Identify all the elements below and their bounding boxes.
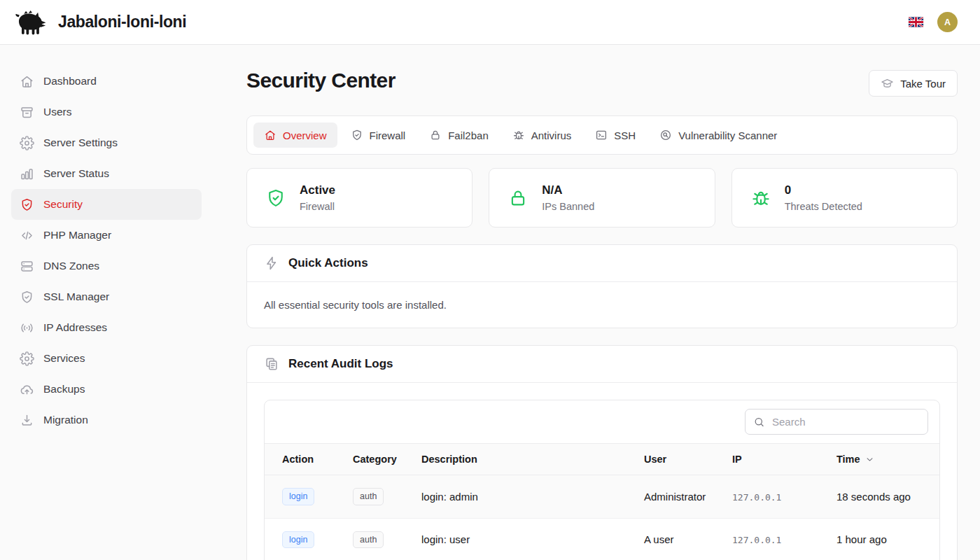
lock-icon bbox=[429, 129, 442, 141]
ip-cell: 127.0.0.1 bbox=[732, 535, 781, 545]
gear-icon bbox=[20, 136, 34, 150]
category-badge: auth bbox=[353, 531, 384, 549]
audit-table: Action Category Description User IP Time bbox=[264, 400, 940, 560]
cloud-upload-icon bbox=[20, 382, 34, 397]
sidebar-item-dns-zones[interactable]: DNS Zones bbox=[11, 251, 202, 281]
sidebar-item-label: Server Status bbox=[43, 167, 109, 180]
column-header-category[interactable]: Category bbox=[342, 444, 410, 475]
bug-icon bbox=[750, 188, 771, 209]
tab-vulnerability-scanner[interactable]: Vulnerability Scanner bbox=[649, 122, 788, 148]
tab-ssh[interactable]: SSH bbox=[584, 122, 646, 148]
quick-actions-message: All essential security tools are install… bbox=[264, 299, 940, 311]
action-badge: login bbox=[282, 488, 314, 505]
home-icon bbox=[20, 74, 34, 89]
user-cell: Administrator bbox=[633, 475, 721, 519]
ip-cell: 127.0.0.1 bbox=[732, 492, 781, 503]
tab-label: Fail2ban bbox=[448, 130, 489, 141]
avatar[interactable]: A bbox=[937, 12, 958, 32]
lock-icon bbox=[507, 188, 528, 209]
server-icon bbox=[20, 259, 34, 274]
search-input[interactable] bbox=[745, 409, 928, 435]
sidebar-item-php-manager[interactable]: PHP Manager bbox=[11, 220, 202, 251]
sidebar-item-label: Services bbox=[43, 352, 85, 365]
action-badge: login bbox=[282, 531, 314, 549]
sidebar-item-label: Dashboard bbox=[43, 75, 97, 88]
scan-icon bbox=[659, 129, 672, 141]
sidebar-item-label: Security bbox=[43, 198, 83, 211]
sidebar-item-label: SSL Manager bbox=[43, 290, 109, 303]
tab-label: Firewall bbox=[370, 130, 406, 141]
sidebar-item-users[interactable]: Users bbox=[11, 97, 202, 127]
app-title: Jabaloni-loni-loni bbox=[58, 13, 186, 31]
sidebar-item-services[interactable]: Services bbox=[11, 343, 202, 374]
status-label: Threats Detected bbox=[785, 201, 862, 212]
status-card-threats-detected: 0 Threats Detected bbox=[732, 168, 958, 227]
boar-logo-icon bbox=[13, 8, 49, 36]
sidebar-item-label: DNS Zones bbox=[43, 260, 99, 272]
chart-icon bbox=[20, 167, 34, 181]
sidebar: Dashboard Users Server Settings Server S… bbox=[0, 45, 213, 560]
tab-label: SSH bbox=[614, 130, 636, 141]
time-cell: 1 hour ago bbox=[825, 518, 939, 560]
column-header-time[interactable]: Time bbox=[825, 444, 939, 475]
graduation-cap-icon bbox=[881, 77, 894, 90]
user-cell: A user bbox=[633, 518, 721, 560]
lightning-icon bbox=[264, 255, 279, 271]
column-header-action[interactable]: Action bbox=[265, 444, 342, 475]
terminal-icon bbox=[595, 129, 608, 141]
status-value: N/A bbox=[542, 183, 594, 197]
audit-logs-card: Recent Audit Logs Action Cat bbox=[246, 345, 958, 560]
status-label: IPs Banned bbox=[542, 201, 594, 212]
shield-check-icon bbox=[20, 290, 34, 304]
tab-label: Antivirus bbox=[531, 130, 572, 141]
take-tour-button[interactable]: Take Tour bbox=[869, 70, 958, 97]
archive-icon bbox=[20, 105, 34, 120]
sidebar-item-server-settings[interactable]: Server Settings bbox=[11, 127, 202, 158]
sidebar-item-ssl-manager[interactable]: SSL Manager bbox=[11, 281, 202, 312]
security-tabs: Overview Firewall Fail2ban Antivirus bbox=[246, 115, 958, 155]
quick-actions-card: Quick Actions All essential security too… bbox=[246, 244, 958, 328]
gear-icon bbox=[20, 351, 34, 366]
download-icon bbox=[20, 413, 34, 428]
tab-antivirus[interactable]: Antivirus bbox=[502, 122, 582, 148]
status-value: 0 bbox=[785, 183, 862, 197]
clipboard-icon bbox=[264, 356, 279, 372]
sidebar-item-label: PHP Manager bbox=[43, 229, 111, 241]
time-cell: 18 seconds ago bbox=[825, 475, 939, 519]
sidebar-item-label: Backups bbox=[43, 383, 85, 396]
column-header-ip[interactable]: IP bbox=[721, 444, 825, 475]
status-cards: Active Firewall N/A IPs Banned 0 bbox=[246, 168, 958, 227]
tab-fail2ban[interactable]: Fail2ban bbox=[419, 122, 499, 148]
audit-logs-title: Recent Audit Logs bbox=[288, 357, 393, 371]
sidebar-item-dashboard[interactable]: Dashboard bbox=[11, 66, 202, 97]
tab-firewall[interactable]: Firewall bbox=[340, 122, 416, 148]
sidebar-item-ip-addresses[interactable]: IP Addresses bbox=[11, 312, 202, 343]
table-row: login auth login: user A user 127.0.0.1 … bbox=[265, 518, 939, 560]
shield-check-icon bbox=[265, 188, 286, 209]
uk-flag-icon[interactable] bbox=[909, 17, 923, 27]
main-content: Security Center Take Tour Overview Firew… bbox=[213, 45, 980, 560]
status-card-firewall: Active Firewall bbox=[246, 168, 472, 227]
sidebar-item-security[interactable]: Security bbox=[11, 189, 202, 220]
top-bar: Jabaloni-loni-loni A bbox=[0, 0, 980, 45]
sidebar-item-backups[interactable]: Backups bbox=[11, 374, 202, 405]
sidebar-item-server-status[interactable]: Server Status bbox=[11, 158, 202, 189]
quick-actions-title: Quick Actions bbox=[288, 256, 368, 270]
column-header-description[interactable]: Description bbox=[410, 444, 633, 475]
table-row: login auth login: admin Administrator 12… bbox=[265, 475, 939, 519]
column-header-user[interactable]: User bbox=[633, 444, 721, 475]
sidebar-item-label: Migration bbox=[43, 414, 88, 426]
sidebar-item-migration[interactable]: Migration bbox=[11, 405, 202, 435]
shield-check-icon bbox=[351, 129, 363, 141]
status-label: Firewall bbox=[300, 201, 335, 212]
tab-label: Vulnerability Scanner bbox=[678, 130, 777, 141]
shield-check-icon bbox=[20, 197, 34, 212]
description-cell: login: admin bbox=[410, 475, 633, 519]
category-badge: auth bbox=[353, 488, 384, 505]
code-icon bbox=[20, 228, 34, 243]
tab-overview[interactable]: Overview bbox=[253, 122, 337, 148]
page-title: Security Center bbox=[246, 69, 396, 92]
description-cell: login: user bbox=[410, 518, 633, 560]
bug-icon bbox=[512, 129, 525, 141]
home-icon bbox=[264, 129, 276, 141]
